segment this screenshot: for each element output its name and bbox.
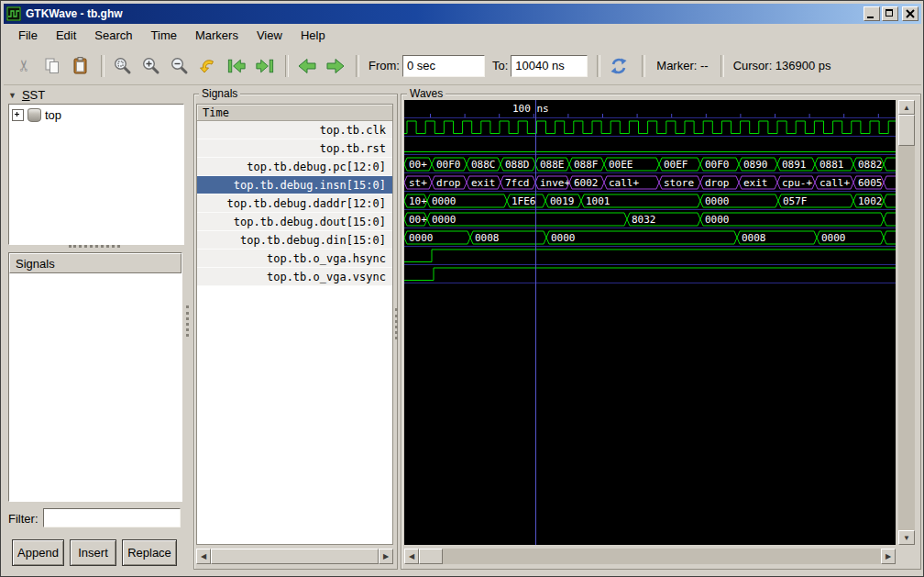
maximize-button[interactable]: [882, 6, 898, 21]
bus-value: 057F: [783, 195, 808, 207]
bus-value: drop: [436, 177, 461, 189]
sst-signals-header[interactable]: Signals: [9, 253, 182, 273]
copy-button[interactable]: [41, 55, 63, 77]
bus-value: 0000: [432, 195, 456, 207]
signal-row[interactable]: top.tb.debug.din[15:0]: [197, 231, 392, 250]
signal-row[interactable]: top.tb.debug.insn[15:0]: [197, 176, 392, 194]
toolbar-separator: [285, 55, 289, 77]
signal-row[interactable]: top.tb.debug.dout[15:0]: [197, 213, 392, 231]
tree-item-top[interactable]: top: [9, 105, 183, 126]
close-icon: [905, 8, 916, 19]
tree-item-label: top: [45, 108, 61, 122]
pane-splitter-handle[interactable]: [186, 305, 189, 337]
app-icon: [6, 6, 21, 21]
bus-value: 088F: [574, 159, 599, 171]
waves-vscroll-thumb[interactable]: [898, 115, 915, 146]
cut-button[interactable]: ✂: [13, 55, 35, 77]
forward-button[interactable]: [324, 55, 346, 77]
signal-row[interactable]: top.tb.o_vga.hsync: [197, 250, 392, 268]
signal-row[interactable]: top.tb.debug.daddr[12:0]: [197, 194, 392, 213]
signal-row[interactable]: top.tb.o_vga.vsync: [197, 268, 392, 286]
bus-value: 0008: [742, 232, 766, 244]
back-icon: [296, 56, 318, 76]
zoom-fit-button[interactable]: [112, 55, 134, 77]
sst-expander[interactable]: ▼ SST: [8, 88, 45, 102]
signal-row[interactable]: top.tb.clk: [197, 121, 392, 139]
back-button[interactable]: [296, 55, 318, 77]
bus-value: 1002: [858, 195, 883, 207]
signal-rows: top.tb.clktop.tb.rsttop.tb.debug.pc[12:0…: [197, 121, 392, 286]
bus-value: 0000: [821, 232, 846, 244]
go-to-start-button[interactable]: [226, 55, 248, 77]
zoom-undo-icon: [198, 56, 218, 76]
scroll-left-icon[interactable]: ◀: [196, 549, 211, 564]
menu-bar: FileEditSearchTimeMarkersViewHelp: [4, 24, 921, 47]
zoom-fit-icon: [113, 56, 133, 76]
waves-hscrollbar[interactable]: ◀ ▶: [404, 549, 896, 564]
bus-value: 1001: [586, 195, 610, 207]
bus-value: 6002: [574, 177, 599, 189]
gtkwave-window: GTKWave - tb.ghw FileEditSearchTimeMarke…: [0, 0, 924, 577]
zoom-undo-button[interactable]: [197, 55, 219, 77]
waves-vscrollbar[interactable]: ▲ ▼: [898, 100, 915, 545]
title-bar[interactable]: GTKWave - tb.ghw: [4, 4, 921, 24]
wave-canvas[interactable]: 100 ns00+00F0088C088D088E088F00EE00EF00F…: [404, 100, 896, 545]
replace-button[interactable]: Replace: [122, 539, 177, 566]
forward-icon: [324, 56, 346, 76]
minimize-button[interactable]: [864, 6, 880, 21]
bus-value: 088D: [505, 159, 530, 171]
zoom-in-button[interactable]: [140, 55, 162, 77]
bus-value: 0000: [705, 214, 730, 226]
module-icon: [28, 108, 41, 122]
reload-button[interactable]: [608, 55, 630, 77]
signal-row[interactable]: top.tb.rst: [197, 139, 392, 158]
filter-input[interactable]: [43, 508, 181, 527]
bus-value: exit: [743, 177, 768, 189]
scroll-right-icon[interactable]: ▶: [379, 549, 393, 564]
menu-item-edit[interactable]: Edit: [47, 27, 85, 44]
menu-item-markers[interactable]: Markers: [186, 27, 248, 44]
toolbar-separator: [642, 55, 645, 77]
horizontal-splitter-handle[interactable]: [69, 245, 120, 248]
insert-button[interactable]: Insert: [70, 539, 116, 566]
from-input[interactable]: [402, 55, 485, 77]
menu-item-search[interactable]: Search: [85, 27, 141, 44]
scroll-down-icon[interactable]: ▼: [898, 530, 915, 545]
signals-hscrollbar[interactable]: ◀ ▶: [196, 549, 393, 564]
bus-value: 6005: [858, 177, 883, 189]
paste-button[interactable]: [70, 55, 92, 77]
filter-label: Filter:: [8, 512, 38, 526]
bus-value: 0890: [743, 159, 768, 171]
menu-item-help[interactable]: Help: [292, 27, 335, 44]
signal-row[interactable]: top.tb.debug.pc[12:0]: [197, 158, 392, 176]
bus-value: store: [664, 177, 694, 189]
bus-value: st+: [409, 177, 427, 189]
toolbar-separator: [720, 55, 724, 77]
bus-value: 00+: [409, 214, 427, 226]
append-button[interactable]: Append: [12, 539, 64, 566]
expander-triangle-icon: ▼: [8, 91, 16, 100]
scroll-left-icon[interactable]: ◀: [404, 549, 419, 564]
menu-item-view[interactable]: View: [248, 27, 292, 44]
to-label: To:: [492, 59, 508, 72]
time-column-header[interactable]: Time: [197, 105, 392, 121]
scroll-up-icon[interactable]: ▲: [898, 100, 915, 115]
bus-value: 0008: [475, 232, 500, 244]
bus-value: 0019: [550, 195, 575, 207]
signals-hscroll-thumb[interactable]: [211, 549, 379, 564]
zoom-out-button[interactable]: [169, 55, 191, 77]
scroll-right-icon[interactable]: ▶: [881, 549, 896, 564]
bus-value: 088E: [540, 159, 565, 171]
toolbar-separator: [101, 55, 104, 77]
to-input[interactable]: [511, 55, 588, 77]
sst-signals-list: Signals: [8, 252, 182, 502]
bus-value: 0000: [409, 232, 434, 244]
close-button[interactable]: [902, 6, 918, 21]
menu-item-file[interactable]: File: [9, 27, 47, 44]
waves-hscroll-thumb[interactable]: [419, 549, 443, 564]
tree-expand-icon[interactable]: [12, 109, 24, 121]
signals-list: Time top.tb.clktop.tb.rsttop.tb.debug.pc…: [196, 104, 393, 545]
go-to-end-button[interactable]: [254, 55, 276, 77]
pane-splitter-handle[interactable]: [395, 308, 398, 339]
menu-item-time[interactable]: Time: [142, 27, 186, 44]
